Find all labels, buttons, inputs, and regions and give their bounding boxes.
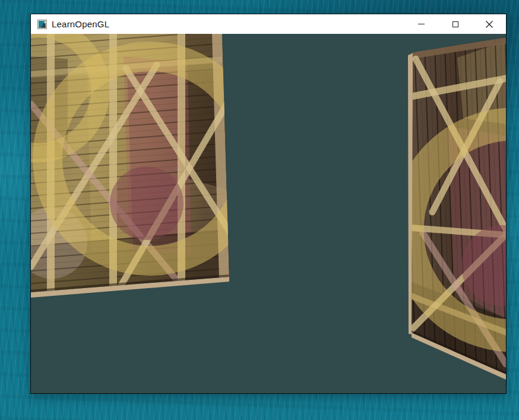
minimize-icon [418,24,425,24]
app-icon[interactable] [37,20,47,29]
maximize-button[interactable] [438,14,472,34]
crate-right [407,37,506,380]
title-bar[interactable]: LearnOpenGL [31,14,506,34]
caption-buttons [404,14,506,34]
minimize-button[interactable] [404,14,438,34]
close-button[interactable] [472,14,506,34]
crate-left [31,34,252,298]
maximize-icon [452,21,458,27]
window-title: LearnOpenGL [52,19,109,29]
app-window: LearnOpenGL [30,14,507,394]
desktop-wallpaper: LearnOpenGL [0,0,519,420]
close-icon [485,20,493,29]
opengl-viewport[interactable] [31,34,506,393]
